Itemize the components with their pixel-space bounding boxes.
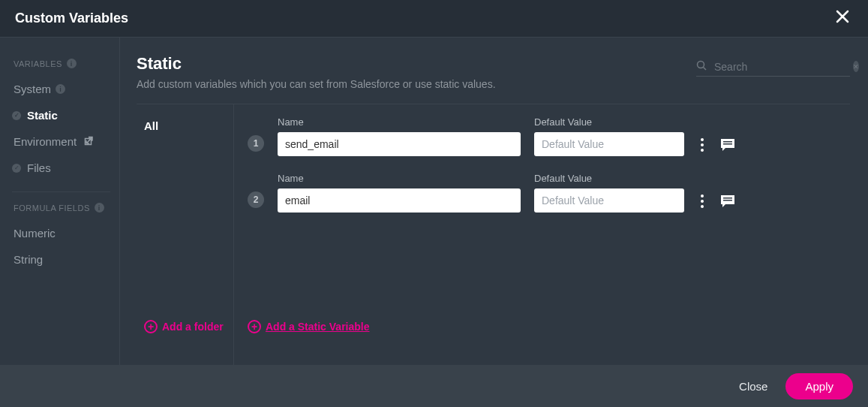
row-number: 1 [248,135,264,152]
sidebar-item-files[interactable]: ✓ Files [9,155,119,181]
sidebar-item-label: Files [27,161,51,174]
section-label-formula: FORMULA FIELDS i [14,203,119,213]
sidebar-item-static[interactable]: ✓ Static [9,102,119,128]
plus-circle-icon: + [248,320,261,333]
section-text: VARIABLES [14,59,62,68]
sidebar-item-label: String [14,253,43,266]
modal-title: Custom Variables [15,11,128,26]
sidebar-item-string[interactable]: String [9,246,119,273]
row-actions [699,193,737,210]
search-icon [696,60,707,73]
divider [12,191,110,192]
add-folder-label: Add a folder [162,321,224,333]
svg-rect-5 [723,141,732,143]
default-label: Default Value [534,116,684,128]
apply-button[interactable]: Apply [785,373,853,399]
svg-point-8 [701,200,704,203]
plus-circle-icon: + [144,320,158,333]
svg-rect-11 [723,200,732,201]
close-icon[interactable] [832,6,853,32]
search-input[interactable] [714,61,845,73]
search-wrap: ✕ [696,57,850,77]
svg-rect-6 [723,143,732,145]
modal-footer: Close Apply [0,365,868,407]
sidebar-item-environment[interactable]: Environment [9,128,119,155]
more-options-icon[interactable] [699,137,705,153]
section-text: FORMULA FIELDS [14,204,90,213]
default-value-input[interactable] [534,188,684,213]
name-input[interactable] [278,188,521,213]
row-number: 2 [248,191,264,208]
custom-variables-modal: Custom Variables VARIABLES i System i ✓ … [0,0,868,407]
comment-icon[interactable] [719,137,737,153]
check-icon: ✓ [12,164,21,173]
svg-point-9 [701,205,704,208]
default-field-group: Default Value [534,116,684,156]
sidebar-item-system[interactable]: System i [9,76,119,102]
variables-list: 1 Name Default Value [248,116,850,320]
info-icon: i [56,84,65,94]
comment-icon[interactable] [719,193,737,210]
svg-point-1 [698,62,704,68]
variable-row: 1 Name Default Value [248,116,850,156]
default-label: Default Value [534,173,684,184]
sidebar-item-label: System [14,83,51,95]
add-variable-label: Add a Static Variable [266,321,370,333]
check-icon: ✓ [12,111,21,120]
row-actions [699,137,737,153]
folder-item-all[interactable]: All [144,118,233,134]
info-icon[interactable]: i [95,203,104,213]
name-input[interactable] [278,132,521,156]
svg-point-2 [701,138,704,141]
add-folder-button[interactable]: + Add a folder [144,320,233,333]
info-icon[interactable]: i [67,59,77,68]
main-subtitle: Add custom variables which you can set f… [137,78,850,90]
external-link-icon [84,135,94,148]
svg-rect-10 [723,197,732,199]
main-header: Static Add custom variables which you ca… [137,54,850,104]
more-options-icon[interactable] [699,193,705,210]
default-value-input[interactable] [534,132,684,156]
svg-point-7 [701,194,704,197]
sidebar: VARIABLES i System i ✓ Static Environmen… [0,38,120,365]
name-field-group: Name [278,116,521,156]
sidebar-item-label: Static [27,109,58,122]
default-field-group: Default Value [534,173,684,213]
add-static-variable-button[interactable]: + Add a Static Variable [248,320,850,333]
name-label: Name [278,173,521,184]
content: All + Add a folder 1 Name [137,104,850,365]
section-label-variables: VARIABLES i [14,59,119,68]
main-panel: Static Add custom variables which you ca… [120,38,868,365]
clear-search-icon[interactable]: ✕ [853,61,859,72]
svg-point-3 [701,143,704,146]
svg-point-4 [701,149,704,152]
close-button[interactable]: Close [739,380,767,393]
name-label: Name [278,116,521,128]
modal-header: Custom Variables [0,0,868,38]
sidebar-item-label: Environment [14,135,77,148]
variables-column: 1 Name Default Value [234,104,850,365]
name-field-group: Name [278,173,521,213]
folders-list: All [144,118,233,320]
modal-body: VARIABLES i System i ✓ Static Environmen… [0,38,868,365]
sidebar-item-label: Numeric [14,227,56,240]
sidebar-item-numeric[interactable]: Numeric [9,220,119,246]
variable-row: 2 Name Default Value [248,173,850,213]
folders-column: All + Add a folder [137,104,234,365]
